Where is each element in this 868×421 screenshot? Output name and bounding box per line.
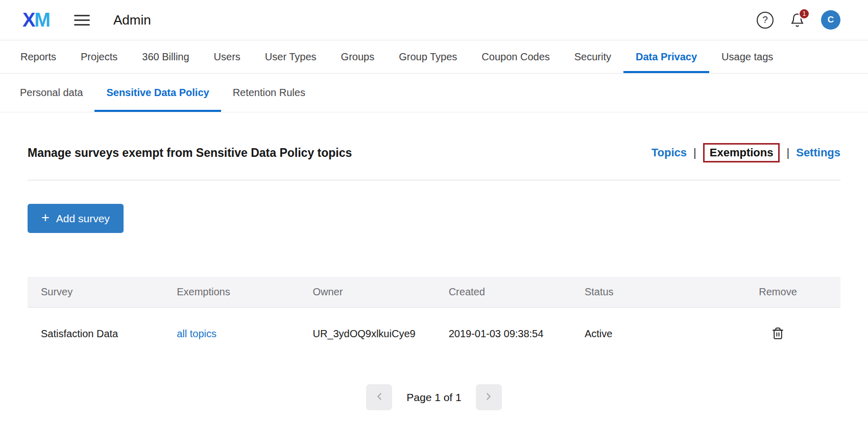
subtab-personal-data[interactable]: Personal data xyxy=(8,74,94,112)
divider xyxy=(28,180,840,180)
next-page-button[interactable] xyxy=(476,384,502,410)
exemptions-annotation-box: Exemptions xyxy=(703,143,780,162)
chevron-left-icon xyxy=(374,391,385,404)
chevron-right-icon xyxy=(483,391,494,404)
tab-groups[interactable]: Groups xyxy=(329,40,387,73)
separator: | xyxy=(786,146,789,159)
view-switcher: Topics | Exemptions | Settings xyxy=(652,143,840,162)
settings-link[interactable]: Settings xyxy=(796,146,840,159)
cell-status: Active xyxy=(585,328,720,340)
separator: | xyxy=(693,146,696,159)
column-header-remove: Remove xyxy=(720,286,840,298)
tab-coupon-codes[interactable]: Coupon Codes xyxy=(469,40,562,73)
tab-projects[interactable]: Projects xyxy=(68,40,130,73)
avatar[interactable]: C xyxy=(821,10,840,30)
subtab-sensitive-data-policy[interactable]: Sensitive Data Policy xyxy=(94,74,221,112)
top-bar: XM Admin ? 1 C xyxy=(0,0,868,40)
secondary-nav: Personal data Sensitive Data Policy Rete… xyxy=(0,74,868,112)
notification-badge: 1 xyxy=(799,8,810,19)
tab-data-privacy[interactable]: Data Privacy xyxy=(623,40,709,73)
pagination: Page 1 of 1 xyxy=(28,384,840,410)
column-header-exemptions: Exemptions xyxy=(177,286,312,298)
app-title: Admin xyxy=(113,12,151,28)
add-survey-button[interactable]: + Add survey xyxy=(28,204,124,233)
add-survey-label: Add survey xyxy=(56,213,110,225)
topics-link[interactable]: Topics xyxy=(652,146,687,159)
primary-nav: Reports Projects 360 Billing Users User … xyxy=(0,40,868,74)
page-indicator: Page 1 of 1 xyxy=(406,391,461,404)
hamburger-menu-icon[interactable] xyxy=(74,13,90,28)
help-question-mark: ? xyxy=(762,14,768,26)
cell-created: 2019-01-03 09:38:54 xyxy=(449,328,585,340)
plus-icon: + xyxy=(41,211,50,225)
remove-survey-button[interactable] xyxy=(769,325,786,342)
xm-logo-x: X xyxy=(22,9,34,31)
cell-owner: UR_3ydOQ9xlkuiCye9 xyxy=(312,328,448,340)
section-title: Manage surveys exempt from Sensitive Dat… xyxy=(28,146,352,160)
column-header-status: Status xyxy=(585,286,720,298)
cell-survey: Satisfaction Data xyxy=(41,328,177,340)
tab-360-billing[interactable]: 360 Billing xyxy=(130,40,201,73)
tab-usage-tags[interactable]: Usage tags xyxy=(709,40,785,73)
all-topics-link[interactable]: all topics xyxy=(177,328,216,339)
help-icon[interactable]: ? xyxy=(757,12,774,29)
column-header-created: Created xyxy=(449,286,585,298)
main-content: Manage surveys exempt from Sensitive Dat… xyxy=(0,112,868,410)
tab-security[interactable]: Security xyxy=(562,40,623,73)
subtab-retention-rules[interactable]: Retention Rules xyxy=(221,74,317,112)
column-header-survey: Survey xyxy=(41,286,177,298)
xm-logo-m: M xyxy=(34,9,50,31)
tab-user-types[interactable]: User Types xyxy=(253,40,329,73)
tab-reports[interactable]: Reports xyxy=(8,40,68,73)
tab-users[interactable]: Users xyxy=(202,40,253,73)
trash-icon xyxy=(771,334,784,341)
column-header-owner: Owner xyxy=(312,286,448,298)
previous-page-button[interactable] xyxy=(366,384,392,410)
xm-logo[interactable]: XM xyxy=(22,9,50,31)
tab-group-types[interactable]: Group Types xyxy=(387,40,469,73)
exemptions-link[interactable]: Exemptions xyxy=(710,146,774,159)
table-header-row: Survey Exemptions Owner Created Status R… xyxy=(28,277,840,308)
table-row: Satisfaction Data all topics UR_3ydOQ9xl… xyxy=(28,308,840,360)
notifications-button[interactable]: 1 xyxy=(790,13,805,28)
exemptions-table: Survey Exemptions Owner Created Status R… xyxy=(28,277,840,360)
